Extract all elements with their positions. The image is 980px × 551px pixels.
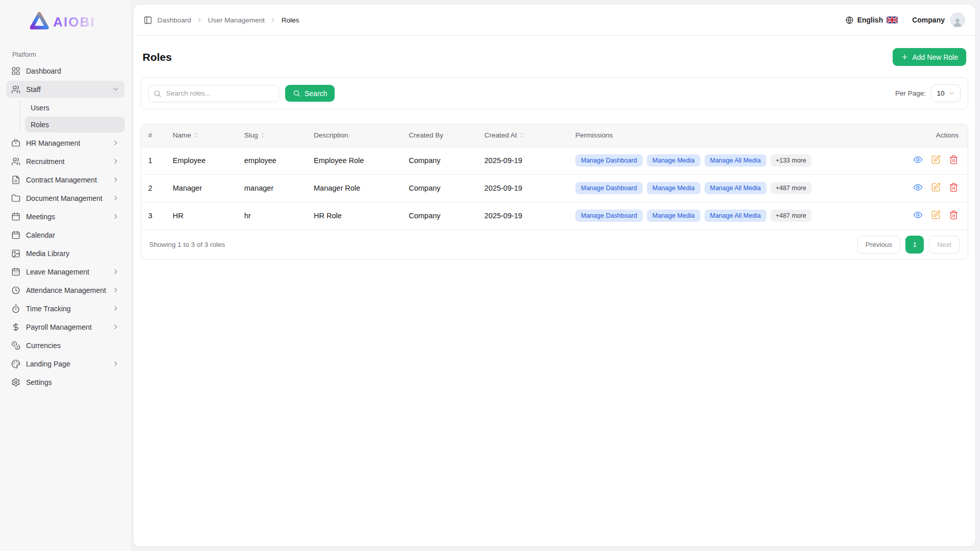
- sidebar-item-meetings[interactable]: Meetings: [6, 208, 125, 225]
- page-1-button[interactable]: 1: [905, 236, 924, 254]
- column-permissions: Permissions: [568, 124, 901, 147]
- sidebar-item-label: Users: [31, 104, 50, 112]
- breadcrumb-user-management[interactable]: User Management: [208, 16, 265, 24]
- sidebar-item-roles[interactable]: Roles: [25, 117, 125, 132]
- page-title: Roles: [143, 51, 172, 63]
- avatar: [950, 12, 965, 28]
- results-summary: Showing 1 to 3 of 3 roles: [149, 241, 225, 248]
- roles-table: # Name Slug Description Created By Creat…: [141, 124, 968, 229]
- column-created-at[interactable]: Created At: [477, 124, 568, 147]
- delete-icon[interactable]: [949, 210, 959, 220]
- breadcrumb-dashboard[interactable]: Dashboard: [157, 16, 191, 24]
- pagination: Previous 1 Next: [857, 236, 960, 254]
- sidebar-item-hr-management[interactable]: HR Management: [6, 134, 125, 151]
- sidebar-item-attendance-management[interactable]: Attendance Management: [6, 282, 125, 299]
- language-switcher[interactable]: English: [845, 16, 898, 25]
- sidebar-item-calendar[interactable]: Calendar: [6, 226, 125, 243]
- sidebar-item-users[interactable]: Users: [25, 100, 125, 116]
- add-new-role-button[interactable]: Add New Role: [893, 48, 967, 66]
- cell-created-by: Company: [402, 147, 477, 174]
- more-permissions-badge: +133 more: [771, 154, 811, 167]
- sidebar-item-document-management[interactable]: Document Management: [6, 190, 125, 206]
- search-button[interactable]: Search: [285, 85, 335, 102]
- permission-badge: Manage Media: [647, 154, 701, 167]
- cell-description: HR Role: [307, 202, 402, 229]
- chevron-right-icon: [112, 323, 120, 331]
- chevron-right-icon: [112, 268, 120, 276]
- uk-flag-icon: [886, 16, 898, 24]
- sidebar-item-payroll-management[interactable]: Payroll Management: [6, 318, 125, 335]
- column-name[interactable]: Name: [166, 124, 237, 147]
- per-page-select[interactable]: 10: [931, 84, 961, 102]
- sidebar-item-label: Recruitment: [26, 157, 64, 166]
- search-button-label: Search: [305, 89, 327, 98]
- app-root: AIOBI Platform Dashboard Staff Users Rol…: [0, 0, 980, 551]
- cell-num: 2: [141, 174, 166, 202]
- sidebar-item-currencies[interactable]: Currencies: [6, 337, 125, 354]
- sidebar-item-landing-page[interactable]: Landing Page: [6, 355, 125, 372]
- sidebar-item-label: Currencies: [26, 341, 61, 350]
- cell-name: HR: [166, 202, 237, 229]
- sidebar-item-media-library[interactable]: Media Library: [6, 245, 125, 262]
- sidebar-item-staff[interactable]: Staff: [6, 81, 125, 98]
- globe-icon: [845, 16, 854, 25]
- table-row: 1 Employee employee Employee Role Compan…: [141, 147, 968, 174]
- users-icon: [11, 85, 20, 94]
- roles-table-container: # Name Slug Description Created By Creat…: [141, 124, 968, 260]
- breadcrumb-roles: Roles: [282, 16, 299, 24]
- edit-icon[interactable]: [931, 155, 941, 165]
- previous-page-button[interactable]: Previous: [857, 236, 901, 254]
- view-icon[interactable]: [913, 182, 923, 192]
- account-menu[interactable]: Company: [912, 12, 965, 28]
- column-slug[interactable]: Slug: [237, 124, 307, 147]
- users-icon: [11, 157, 20, 166]
- delete-icon[interactable]: [949, 155, 959, 165]
- permission-badge: Manage All Media: [705, 210, 766, 222]
- search-box: [148, 85, 279, 102]
- cell-description: Manager Role: [307, 174, 402, 202]
- edit-icon[interactable]: [931, 210, 941, 220]
- chevron-right-icon: [112, 157, 120, 165]
- sidebar-item-time-tracking[interactable]: Time Tracking: [6, 300, 125, 317]
- table-row: 3 HR hr HR Role Company 2025-09-19 Manag…: [141, 202, 968, 229]
- sidebar-item-leave-management[interactable]: Leave Management: [6, 263, 125, 280]
- chevron-right-icon: [112, 213, 120, 220]
- plus-icon: [901, 53, 908, 61]
- staff-subnav: Users Roles: [20, 100, 125, 132]
- view-icon[interactable]: [913, 155, 923, 165]
- sidebar-item-recruitment[interactable]: Recruitment: [6, 153, 125, 170]
- dollar-icon: [11, 323, 20, 332]
- file-text-icon: [11, 175, 20, 185]
- table-footer: Showing 1 to 3 of 3 roles Previous 1 Nex…: [141, 229, 968, 259]
- permission-badge: Manage Dashboard: [575, 182, 643, 194]
- coins-icon: [11, 341, 20, 350]
- timer-icon: [11, 304, 20, 313]
- chevron-right-icon: [112, 194, 120, 202]
- sidebar-item-label: Calendar: [26, 231, 55, 239]
- sidebar-toggle-icon[interactable]: [144, 16, 152, 25]
- cell-created-by: Company: [402, 202, 477, 229]
- calendar-icon: [11, 212, 20, 221]
- next-page-button[interactable]: Next: [929, 236, 960, 254]
- add-new-role-label: Add New Role: [913, 53, 959, 61]
- cell-slug: manager: [237, 174, 307, 202]
- delete-icon[interactable]: [949, 182, 959, 192]
- search-input[interactable]: [148, 85, 279, 102]
- view-icon[interactable]: [913, 210, 923, 220]
- table-row: 2 Manager manager Manager Role Company 2…: [141, 174, 968, 202]
- sidebar-item-label: Media Library: [26, 249, 69, 258]
- sidebar-item-label: Leave Management: [26, 268, 89, 276]
- cell-permissions: Manage Dashboard Manage Media Manage All…: [568, 174, 901, 202]
- chevron-right-icon: [270, 17, 276, 24]
- sidebar-item-settings[interactable]: Settings: [6, 374, 125, 391]
- breadcrumb: Dashboard User Management Roles: [144, 16, 299, 25]
- sidebar-item-contract-management[interactable]: Contract Management: [6, 171, 125, 188]
- cell-name: Manager: [166, 174, 237, 202]
- cell-name: Employee: [166, 147, 237, 174]
- sidebar-item-dashboard[interactable]: Dashboard: [6, 62, 125, 79]
- per-page-control: Per Page: 10: [895, 84, 961, 102]
- column-description: Description: [307, 124, 402, 147]
- cell-permissions: Manage Dashboard Manage Media Manage All…: [568, 147, 901, 174]
- column-actions: Actions: [901, 124, 968, 147]
- edit-icon[interactable]: [931, 182, 941, 192]
